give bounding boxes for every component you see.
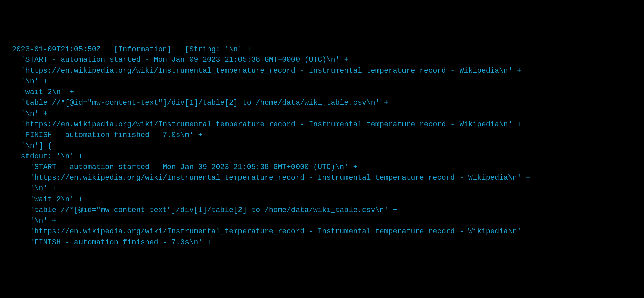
log-line: '\n' + (12, 109, 644, 119)
log-line: 'table //*[@id="mw-content-text"]/div[1]… (12, 205, 644, 216)
log-line: '\n' + (12, 183, 644, 194)
log-line: stdout: '\n' + (12, 151, 644, 162)
log-line: 2023-01-09T21:05:50Z [Information] [Stri… (12, 44, 644, 55)
log-line: '\n'] { (12, 141, 644, 152)
log-line: '\n' + (12, 76, 644, 87)
log-line: 'START - automation started - Mon Jan 09… (12, 162, 644, 173)
log-line: 'wait 2\n' + (12, 194, 644, 205)
log-line: 'https://en.wikipedia.org/wiki/Instrumen… (12, 173, 644, 183)
log-line: 'wait 2\n' + (12, 87, 644, 98)
log-line: 'table //*[@id="mw-content-text"]/div[1]… (12, 98, 644, 109)
log-line: 'https://en.wikipedia.org/wiki/Instrumen… (12, 119, 644, 130)
log-line: 'https://en.wikipedia.org/wiki/Instrumen… (12, 226, 644, 237)
log-line: 'FINISH - automation finished - 7.0s\n' … (12, 130, 644, 141)
log-line: 'START - automation started - Mon Jan 09… (12, 55, 644, 66)
log-line: 'https://en.wikipedia.org/wiki/Instrumen… (12, 66, 644, 76)
terminal-output: 2023-01-09T21:05:50Z [Information] [Stri… (12, 44, 644, 248)
log-line: 'FINISH - automation finished - 7.0s\n' … (12, 237, 644, 248)
log-line: '\n' + (12, 216, 644, 226)
